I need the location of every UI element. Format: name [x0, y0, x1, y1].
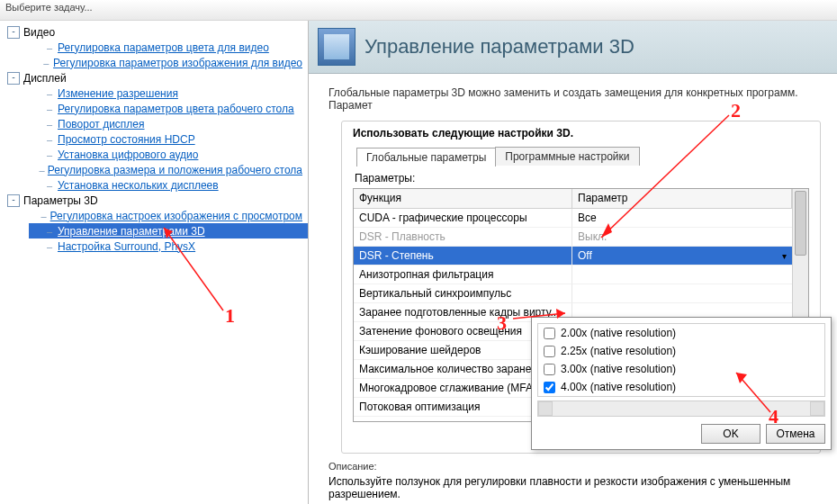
table-row[interactable]: Вертикальный синхроимпульс: [354, 284, 792, 303]
table-header: Функция Параметр: [354, 189, 792, 209]
tree-item-manage-3d[interactable]: –Управление параметрами 3D: [29, 223, 308, 238]
tree-item[interactable]: –Регулировка размера и положения рабочег…: [29, 162, 308, 177]
dsr-option[interactable]: 2.25x (native resolution): [538, 342, 824, 360]
tree-group-3d[interactable]: - Параметры 3D: [7, 193, 308, 208]
tree-label: Видео: [23, 26, 55, 39]
dsr-option[interactable]: 3.00x (native resolution): [538, 360, 824, 378]
checkbox[interactable]: [544, 382, 555, 393]
col-function[interactable]: Функция: [354, 189, 572, 208]
settings-panel: Использовать следующие настройки 3D. Гло…: [309, 117, 837, 454]
tree-item[interactable]: –Регулировка настроек изображения с прос…: [29, 208, 308, 223]
checkbox[interactable]: [544, 328, 555, 339]
tab-program[interactable]: Программные настройки: [495, 147, 639, 166]
cancel-button[interactable]: Отмена: [766, 424, 825, 444]
tree-item[interactable]: –Поворот дисплея: [29, 116, 308, 131]
chevron-down-icon[interactable]: ▾: [782, 247, 787, 266]
tree-item[interactable]: –Регулировка параметров цвета рабочего с…: [29, 101, 308, 116]
tree-item[interactable]: –Настройка Surround, PhysX: [29, 238, 308, 254]
scrollbar-thumb[interactable]: [795, 191, 806, 256]
dsr-options-popup: 2.00x (native resolution) 2.25x (native …: [531, 317, 832, 450]
tab-global[interactable]: Глобальные параметры: [356, 148, 496, 166]
tree-item[interactable]: –Установка цифрового аудио: [29, 147, 308, 162]
dsr-option[interactable]: 4.00x (native resolution): [538, 378, 824, 396]
col-parameter[interactable]: Параметр: [572, 189, 792, 208]
content-pane: Управление параметрами 3D Глобальные пар…: [309, 21, 837, 504]
tree-item[interactable]: –Регулировка параметров цвета для видео: [29, 40, 308, 55]
main-area: - Видео –Регулировка параметров цвета дл…: [0, 21, 837, 504]
group-title: Использовать следующие настройки 3D.: [353, 127, 809, 140]
collapse-icon[interactable]: -: [7, 194, 20, 207]
title-bar: Выберите задачу...: [0, 0, 837, 21]
tree-label: Дисплей: [23, 72, 67, 85]
checkbox[interactable]: [544, 364, 555, 375]
table-row[interactable]: CUDA - графические процессорыВсе: [354, 209, 792, 228]
horizontal-scrollbar[interactable]: [537, 400, 825, 417]
footer-title: Описание:: [328, 461, 823, 472]
table-row-dsr-degree[interactable]: DSR - СтепеньOff▾: [354, 247, 792, 266]
dsr-option[interactable]: 2.00x (native resolution): [538, 324, 824, 342]
footer: Описание: Используйте ползунок для регул…: [309, 454, 837, 504]
params-label: Параметры:: [355, 172, 807, 184]
page-title: Управление параметрами 3D: [364, 35, 634, 58]
tree-group-video[interactable]: - Видео: [7, 24, 308, 40]
tree-item[interactable]: –Изменение разрешения: [29, 86, 308, 101]
table-row[interactable]: Анизотропная фильтрация: [354, 266, 792, 284]
tree-item[interactable]: –Установка нескольких дисплеев: [29, 177, 308, 193]
nvidia-3d-icon: [318, 28, 356, 66]
page-description: Глобальные параметры 3D можно заменить и…: [309, 74, 837, 117]
tab-bar: Глобальные параметры Программные настрой…: [353, 147, 809, 166]
table-row[interactable]: DSR - ПлавностьВыкл.: [354, 228, 792, 247]
task-tree[interactable]: - Видео –Регулировка параметров цвета дл…: [0, 21, 309, 504]
footer-hint: Используйте ползунок для регулировки пла…: [328, 475, 823, 500]
page-header: Управление параметрами 3D: [309, 21, 837, 74]
option-list: 2.00x (native resolution) 2.25x (native …: [537, 323, 825, 397]
checkbox[interactable]: [544, 346, 555, 357]
tree-item[interactable]: –Регулировка параметров изображения для …: [29, 55, 308, 70]
tree-label: Параметры 3D: [23, 194, 98, 207]
tree-group-display[interactable]: - Дисплей: [7, 70, 308, 86]
collapse-icon[interactable]: -: [7, 72, 20, 85]
tree-item[interactable]: –Просмотр состояния HDCP: [29, 131, 308, 147]
ok-button[interactable]: OK: [701, 424, 760, 444]
collapse-icon[interactable]: -: [7, 26, 20, 39]
